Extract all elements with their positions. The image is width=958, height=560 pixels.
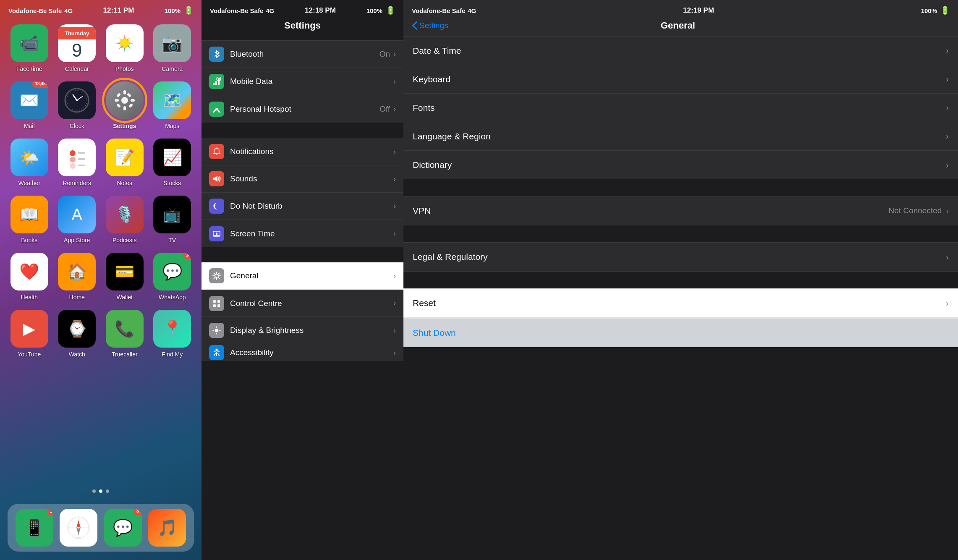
general-language[interactable]: Language & Region › [403, 122, 958, 151]
app-wallet[interactable]: 💳 Wallet [103, 253, 147, 301]
appstore-icon: A [58, 196, 96, 233]
general-shutdown[interactable]: Shut Down [403, 319, 958, 347]
app-home[interactable]: 🏠 Home [55, 253, 99, 301]
truecaller-icon: 📞 [106, 310, 144, 348]
controlcentre-icon [212, 299, 221, 308]
weather-label: Weather [18, 180, 40, 186]
dock-messages[interactable]: 💬 37 [103, 509, 143, 547]
app-maps[interactable]: 🗺️ Maps [151, 81, 194, 129]
app-camera[interactable]: 📷 Camera [151, 24, 194, 72]
display-icon [212, 326, 221, 335]
app-appletv[interactable]: 📺 TV [151, 196, 194, 243]
general-legal[interactable]: Legal & Regulatory › [403, 243, 958, 271]
app-settings[interactable]: Settings [103, 81, 147, 129]
dock-phone[interactable]: 📱 1 [14, 509, 55, 547]
settings-donotdisturb[interactable]: Do Not Disturb › [202, 193, 403, 220]
svg-rect-18 [78, 158, 85, 160]
fonts-chevron: › [946, 103, 949, 113]
general-datetime[interactable]: Date & Time › [403, 37, 958, 65]
svg-rect-9 [115, 99, 119, 102]
app-health[interactable]: ❤️ Health [8, 253, 51, 301]
app-reminders[interactable]: Reminders [55, 139, 99, 186]
app-stocks[interactable]: 📈 Stocks [151, 139, 194, 186]
general-reset[interactable]: Reset › [403, 289, 958, 317]
app-findmy[interactable]: 📍 Find My [151, 310, 194, 358]
maps-glyph: 🗺️ [162, 91, 182, 110]
svg-point-38 [215, 274, 218, 277]
app-calendar[interactable]: Thursday 9 Calendar [55, 24, 99, 72]
settings-bluetooth[interactable]: Bluetooth On › [202, 41, 403, 68]
app-truecaller[interactable]: 📞 Truecaller [103, 310, 147, 358]
app-facetime[interactable]: 📹 FaceTime [8, 24, 51, 72]
settings-mobiledata[interactable]: Mobile Data › [202, 68, 403, 95]
app-clock[interactable]: Clock [55, 81, 99, 129]
app-notes[interactable]: 📝 Notes [103, 139, 147, 186]
back-chevron-icon [412, 21, 418, 30]
general-dictionary[interactable]: Dictionary › [403, 151, 958, 179]
settings-carrier: Vodafone-Be Safe [210, 7, 263, 14]
settings-display[interactable]: Display & Brightness › [202, 317, 403, 344]
sounds-icon [212, 174, 221, 183]
notes-icon: 📝 [106, 139, 144, 176]
app-youtube[interactable]: ▶ YouTube [8, 310, 51, 358]
mobiledata-chevron: › [393, 77, 396, 86]
app-podcasts[interactable]: 🎙️ Podcasts [103, 196, 147, 243]
wallet-glyph: 💳 [115, 262, 134, 281]
settings-sounds[interactable]: Sounds › [202, 165, 403, 193]
settings-hotspot[interactable]: Personal Hotspot Off › [202, 95, 403, 123]
dock-safari[interactable] [59, 509, 99, 547]
settings-battery: 100% [366, 7, 382, 14]
podcasts-icon: 🎙️ [106, 196, 144, 233]
mail-badge: 18,487 [32, 81, 48, 88]
settings-controlcentre[interactable]: Control Centre › [202, 290, 403, 317]
shutdown-label: Shut Down [413, 328, 949, 338]
photos-icon [106, 24, 144, 62]
general-battery: 100% [921, 7, 937, 14]
general-keyboard[interactable]: Keyboard › [403, 65, 958, 94]
settings-notifications[interactable]: Notifications › [202, 138, 403, 165]
settings-status-right: 100% 🔋 [366, 6, 395, 15]
app-watch[interactable]: ⌚ Watch [55, 310, 99, 358]
svg-point-15 [70, 150, 76, 156]
status-left: Vodafone-Be Safe 4G [8, 7, 73, 14]
svg-point-43 [215, 329, 218, 332]
facetime-icon: 📹 [10, 24, 48, 62]
general-fonts[interactable]: Fonts › [403, 94, 958, 122]
general-vpn[interactable]: VPN Not Connected › [403, 196, 958, 225]
keyboard-label: Keyboard [413, 74, 946, 84]
settings-screentime[interactable]: Screen Time › [202, 220, 403, 247]
wallet-label: Wallet [117, 294, 133, 301]
health-icon: ❤️ [10, 253, 48, 290]
safari-svg [66, 515, 91, 540]
podcasts-glyph: 🎙️ [115, 205, 134, 224]
settings-time: 12:18 PM [305, 6, 336, 15]
settings-accessibility[interactable]: Accessibility › [202, 344, 403, 361]
weather-icon: 🌤️ [10, 139, 48, 176]
youtube-glyph: ▶ [23, 319, 35, 338]
health-label: Health [21, 294, 38, 301]
bluetooth-icon [212, 50, 221, 59]
camera-icon: 📷 [153, 24, 191, 62]
settings-label: Settings [113, 123, 136, 129]
whatsapp-icon: 💬 14 [153, 253, 191, 290]
back-label: Settings [419, 21, 448, 30]
watch-glyph: ⌚ [67, 319, 87, 338]
vpn-value: Not Connected [889, 206, 942, 215]
findmy-glyph: 📍 [162, 319, 182, 338]
back-button[interactable]: Settings [412, 21, 448, 30]
general-separator-3 [403, 272, 958, 288]
app-photos[interactable]: Photos [103, 24, 147, 72]
app-mail[interactable]: ✉️ 18,487 Mail [8, 81, 51, 129]
app-weather[interactable]: 🌤️ Weather [8, 139, 51, 186]
reminders-svg [64, 145, 89, 170]
svg-rect-40 [217, 300, 220, 303]
app-appstore[interactable]: A App Store [55, 196, 99, 243]
svg-rect-7 [123, 90, 126, 94]
camera-label: Camera [162, 65, 183, 72]
app-books[interactable]: 📖 Books [8, 196, 51, 243]
dock-music[interactable]: 🎵 [147, 509, 188, 547]
datetime-label: Date & Time [413, 46, 946, 56]
reset-chevron: › [946, 298, 949, 308]
settings-general[interactable]: General › [202, 262, 403, 290]
app-whatsapp[interactable]: 💬 14 WhatsApp [151, 253, 194, 301]
